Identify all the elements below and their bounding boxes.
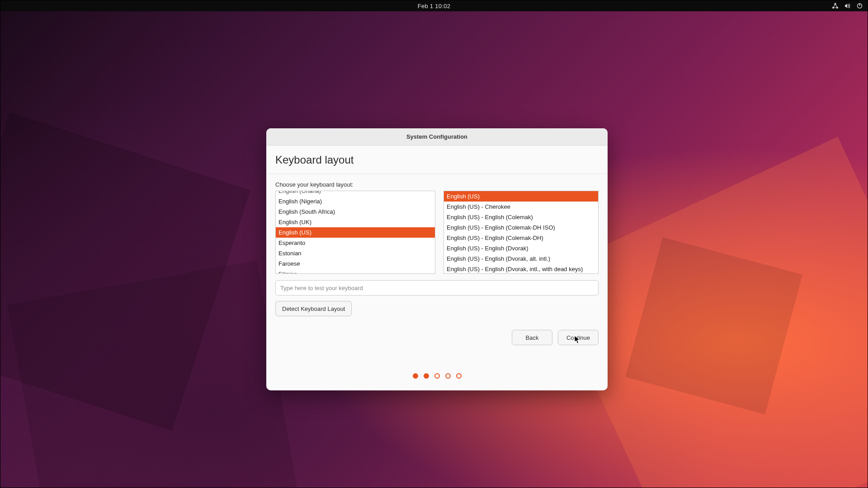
layout-variant-item[interactable]: English (US) - English (Colemak-DH) (444, 233, 598, 243)
layout-variant-item[interactable]: English (US) (444, 191, 598, 202)
pager-dot (434, 373, 440, 379)
network-icon[interactable] (832, 3, 839, 9)
layout-variant-item[interactable]: English (US) - English (Colemak) (444, 212, 598, 222)
pager-dot (424, 373, 429, 379)
layout-lists: English (Ghana)English (Nigeria)English … (275, 191, 599, 274)
layout-variant-listbox[interactable]: English (US)English (US) - CherokeeEngli… (443, 191, 599, 274)
detect-keyboard-layout-button[interactable]: Detect Keyboard Layout (275, 301, 352, 316)
layout-variant-item[interactable]: English (US) - English (Dvorak, intl., w… (444, 264, 598, 274)
keyboard-test-input[interactable] (275, 280, 599, 296)
pager-dot (456, 373, 462, 379)
back-button[interactable]: Back (512, 330, 552, 345)
clock-label[interactable]: Feb 1 10:02 (418, 3, 451, 9)
system-configuration-dialog: System Configuration Keyboard layout Cho… (266, 128, 608, 390)
dialog-body: Keyboard layout Choose your keyboard lay… (266, 145, 608, 345)
layout-family-item[interactable]: English (US) (276, 227, 435, 238)
continue-button[interactable]: Continue (558, 330, 599, 345)
choose-layout-label: Choose your keyboard layout: (275, 181, 599, 188)
layout-family-item[interactable]: Estonian (276, 248, 435, 258)
pager-dot (445, 373, 451, 379)
layout-family-item[interactable]: Filipino (276, 269, 435, 274)
top-menu-bar: Feb 1 10:02 (0, 0, 868, 11)
layout-family-item[interactable]: Esperanto (276, 238, 435, 248)
power-icon[interactable] (856, 3, 863, 9)
layout-variant-item[interactable]: English (US) - English (Dvorak, alt. int… (444, 253, 598, 264)
layout-family-item[interactable]: English (South Africa) (276, 206, 435, 217)
system-tray (832, 3, 863, 9)
page-heading: Keyboard layout (275, 154, 599, 166)
layout-variant-item[interactable]: English (US) - English (Colemak-DH ISO) (444, 222, 598, 233)
separator (266, 174, 608, 174)
nav-buttons: Back Continue (275, 330, 599, 345)
dialog-title: System Configuration (406, 133, 467, 140)
layout-family-item[interactable]: English (Nigeria) (276, 196, 435, 206)
layout-family-item[interactable]: English (Ghana) (276, 191, 435, 196)
volume-icon[interactable] (844, 3, 851, 9)
step-pager (266, 373, 608, 379)
layout-family-listbox[interactable]: English (Ghana)English (Nigeria)English … (275, 191, 435, 274)
layout-variant-item[interactable]: English (US) - Cherokee (444, 202, 598, 212)
layout-variant-item[interactable]: English (US) - English (Dvorak) (444, 243, 598, 253)
layout-family-item[interactable]: Faroese (276, 258, 435, 269)
layout-family-item[interactable]: English (UK) (276, 217, 435, 227)
dialog-titlebar[interactable]: System Configuration (266, 128, 608, 145)
pager-dot (413, 373, 418, 379)
